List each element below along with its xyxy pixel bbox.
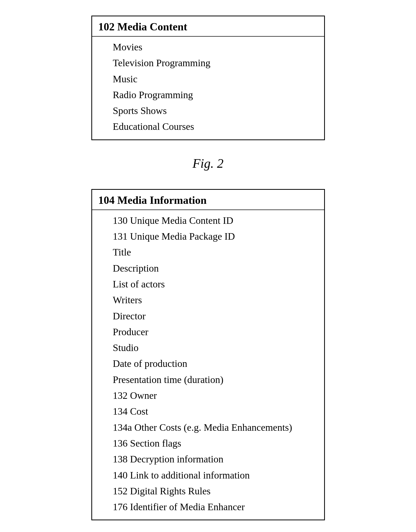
list-item: 136 Section flags bbox=[92, 435, 324, 451]
list-item: Director bbox=[92, 308, 324, 324]
fig3-box-items: 130 Unique Media Content ID 131 Unique M… bbox=[92, 210, 324, 520]
list-item: 132 Owner bbox=[92, 388, 324, 403]
list-item: Educational Courses bbox=[92, 119, 324, 134]
list-item: 134a Other Costs (e.g. Media Enhancement… bbox=[92, 420, 324, 435]
list-item: Date of production bbox=[92, 356, 324, 372]
list-item: Radio Programming bbox=[92, 87, 324, 103]
fig2-box-items: Movies Television Programming Music Radi… bbox=[92, 37, 324, 139]
list-item: Movies bbox=[92, 39, 324, 55]
list-item: Studio bbox=[92, 340, 324, 356]
list-item: Producer bbox=[92, 324, 324, 340]
list-item: 134 Cost bbox=[92, 403, 324, 419]
list-item: Presentation time (duration) bbox=[92, 372, 324, 388]
list-item: 130 Unique Media Content ID bbox=[92, 213, 324, 228]
fig3-box-title: 104 Media Information bbox=[98, 194, 207, 206]
fig2-label: Fig. 2 bbox=[193, 156, 223, 171]
list-item: Sports Shows bbox=[92, 103, 324, 119]
fig3-box: 104 Media Information 130 Unique Media C… bbox=[91, 189, 325, 521]
list-item: Writers bbox=[92, 292, 324, 308]
list-item: 131 Unique Media Package ID bbox=[92, 228, 324, 244]
list-item: 140 Link to additional information bbox=[92, 467, 324, 483]
page-content: 102 Media Content Movies Television Prog… bbox=[47, 16, 369, 532]
fig2-box-title: 102 Media Content bbox=[98, 21, 187, 33]
list-item: 138 Decryption information bbox=[92, 451, 324, 467]
list-item: Music bbox=[92, 71, 324, 87]
fig2-box: 102 Media Content Movies Television Prog… bbox=[91, 16, 325, 140]
list-item: Description bbox=[92, 260, 324, 276]
fig3-box-header: 104 Media Information bbox=[92, 190, 324, 210]
list-item: Television Programming bbox=[92, 55, 324, 71]
list-item: List of actors bbox=[92, 276, 324, 292]
list-item: 176 Identifier of Media Enhancer bbox=[92, 499, 324, 515]
fig2-box-header: 102 Media Content bbox=[92, 16, 324, 37]
list-item: 152 Digital Rights Rules bbox=[92, 483, 324, 499]
list-item: Title bbox=[92, 244, 324, 260]
